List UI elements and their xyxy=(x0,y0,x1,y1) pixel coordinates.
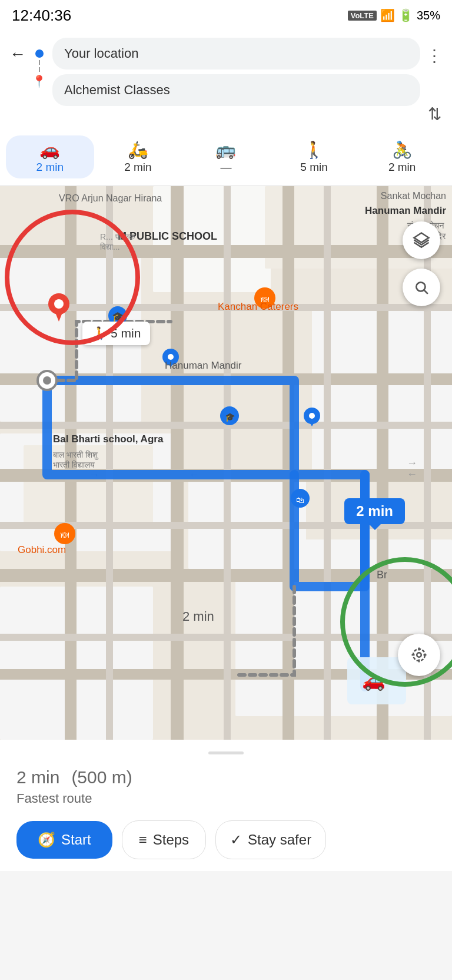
drive-time-bubble: 2 min xyxy=(344,498,405,524)
start-button[interactable]: 🧭 Start xyxy=(16,821,112,859)
walk-bubble-text: 5 min xyxy=(111,326,141,340)
action-buttons: 🧭 Start ≡ Steps ✓ Stay safer xyxy=(16,820,436,859)
car-time: 2 min xyxy=(36,161,64,174)
map-label-arjun-nagar: VRO Arjun Nagar Hirana xyxy=(59,193,162,204)
walk-bubble-icon: 🚶 xyxy=(92,326,107,340)
safer-label: Stay safer xyxy=(248,832,311,848)
walk-time: 5 min xyxy=(300,161,327,174)
safer-icon: ✓ xyxy=(230,832,242,848)
status-time: 12:40:36 xyxy=(12,6,71,25)
svg-text:🛍: 🛍 xyxy=(296,495,304,505)
back-button[interactable]: ← xyxy=(9,38,26,62)
svg-point-51 xyxy=(168,354,174,360)
battery-icon: 🔋 xyxy=(398,8,413,22)
map-label-gobhi: Gobhi.com xyxy=(18,544,66,556)
svg-text:🍽: 🍽 xyxy=(61,530,69,539)
swap-button[interactable]: ⇅ xyxy=(428,65,441,124)
map-label-bal-bharti-hindi: बाल भारती शिशुभारती विद्यालय xyxy=(53,450,98,470)
start-label: Start xyxy=(61,832,91,848)
bike-icon: 🚴 xyxy=(392,140,413,160)
map-label-hanuman-mandir-top: Hanuman Mandir xyxy=(365,205,446,217)
map-label-kanchan-caterers: Kanchan Caterers xyxy=(218,301,298,313)
search-on-map-button[interactable] xyxy=(403,269,440,306)
motorcycle-time: 2 min xyxy=(124,161,151,174)
destination-pin: 📍 xyxy=(32,74,46,88)
route-summary: 2 min (500 m) Fastest route xyxy=(16,764,436,806)
map-label-sankat-mochan: Sankat Mochan xyxy=(381,191,446,201)
mode-tabs: 🚗 2 min 🛵 2 min 🚌 — 🚶 5 min 🚴 2 min xyxy=(0,131,452,186)
svg-marker-34 xyxy=(53,307,65,322)
svg-point-37 xyxy=(43,376,51,385)
svg-point-60 xyxy=(413,649,425,661)
map-label-hanuman-mandir-mid: Hanuman Mandir xyxy=(165,360,241,372)
status-icons: VoLTE 📶 🔋 35% xyxy=(348,8,440,22)
network-signal: 📶 xyxy=(380,8,395,22)
drive-bubble-text: 2 min xyxy=(356,503,393,519)
layers-button[interactable] xyxy=(403,221,440,259)
steps-label: Steps xyxy=(153,832,189,848)
svg-line-58 xyxy=(424,290,428,294)
origin-input[interactable] xyxy=(52,38,420,69)
steps-icon: ≡ xyxy=(139,832,147,848)
status-bar: 12:40:36 VoLTE 📶 🔋 35% xyxy=(0,0,452,31)
mode-tab-motorcycle[interactable]: 🛵 2 min xyxy=(94,135,182,178)
header-actions: ⋮ ⇅ xyxy=(426,38,443,124)
car-icon: 🚗 xyxy=(39,140,60,160)
map-label-br: Br xyxy=(377,569,387,581)
origin-dot xyxy=(35,49,44,58)
svg-point-57 xyxy=(416,282,425,291)
svg-text:🎓: 🎓 xyxy=(112,311,124,322)
dot-line-2 xyxy=(39,67,40,72)
route-description: Fastest route xyxy=(16,791,436,806)
svg-text:🚗: 🚗 xyxy=(362,669,385,691)
transit-time: — xyxy=(220,161,231,174)
svg-point-35 xyxy=(54,299,64,309)
dot-line-1 xyxy=(39,60,40,65)
search-fields xyxy=(52,38,420,106)
more-button[interactable]: ⋮ xyxy=(426,38,443,65)
mode-tab-bike[interactable]: 🚴 2 min xyxy=(358,135,446,178)
nav-header: ← 📍 ⋮ ⇅ xyxy=(0,31,452,131)
walk-time-bubble: 🚶 5 min xyxy=(82,322,150,345)
battery-percent: 35% xyxy=(417,9,440,22)
volte-badge: VoLTE xyxy=(348,11,377,21)
min2-text: 2 min xyxy=(182,609,214,624)
map-label-bal-bharti: Bal Bharti school, Agra xyxy=(53,433,163,445)
destination-input[interactable] xyxy=(52,74,420,106)
bottom-handle xyxy=(208,751,244,754)
motorcycle-icon: 🛵 xyxy=(128,140,148,160)
bottom-sheet: 2 min (500 m) Fastest route 🧭 Start ≡ St… xyxy=(0,740,452,871)
my-location-button[interactable] xyxy=(398,634,440,676)
mode-tab-walk[interactable]: 🚶 5 min xyxy=(270,135,358,178)
route-dots: 📍 xyxy=(32,38,46,88)
walk-icon: 🚶 xyxy=(304,140,324,160)
svg-point-59 xyxy=(417,653,421,657)
svg-point-48 xyxy=(309,413,315,419)
bike-time: 2 min xyxy=(388,161,416,174)
route-time: 2 min (500 m) xyxy=(16,764,436,789)
transit-icon: 🚌 xyxy=(215,140,236,160)
start-icon: 🧭 xyxy=(38,832,55,848)
map-area[interactable]: → ← → ← 🚗 🎓 🎓 🛍 xyxy=(0,186,452,740)
mode-tab-car[interactable]: 🚗 2 min xyxy=(6,135,94,178)
svg-text:🎓: 🎓 xyxy=(225,412,235,422)
stay-safer-button[interactable]: ✓ Stay safer xyxy=(215,820,326,859)
steps-button[interactable]: ≡ Steps xyxy=(122,820,206,859)
map-label-public-school-hindi: R... पब्लिकविद्या... xyxy=(100,232,135,252)
mode-tab-transit[interactable]: 🚌 — xyxy=(182,135,270,178)
